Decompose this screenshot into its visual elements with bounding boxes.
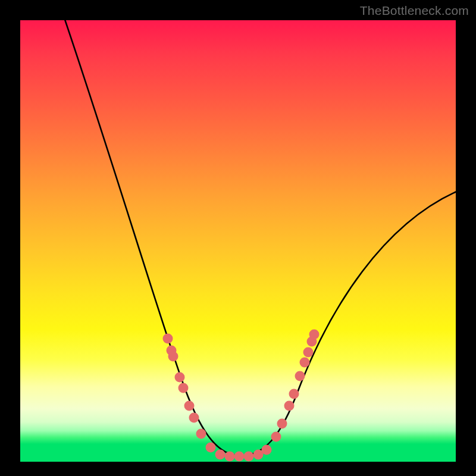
plot-area (20, 20, 456, 462)
data-dot (184, 401, 195, 411)
data-dot (163, 334, 173, 344)
watermark-text: TheBottleneck.com (360, 4, 469, 18)
data-dot (225, 452, 235, 462)
bottleneck-curve-path (63, 20, 456, 456)
data-dot (244, 452, 254, 462)
data-dot (277, 419, 287, 429)
data-dots-group (163, 330, 320, 462)
data-dot (175, 372, 185, 383)
data-dot (295, 371, 305, 381)
data-dot (189, 413, 199, 423)
data-dot (309, 330, 320, 340)
curve-svg (20, 20, 456, 462)
data-dot (289, 389, 299, 399)
data-dot (178, 383, 189, 393)
data-dot (284, 401, 295, 411)
data-dot (303, 347, 314, 358)
data-dot (262, 445, 272, 455)
data-dot (234, 452, 245, 462)
data-dot (196, 429, 206, 439)
outer-frame: TheBottleneck.com (0, 0, 476, 476)
data-dot (300, 358, 310, 368)
data-dot (168, 352, 178, 362)
data-dot (206, 443, 216, 453)
data-dot (215, 450, 226, 460)
data-dot (271, 432, 281, 442)
